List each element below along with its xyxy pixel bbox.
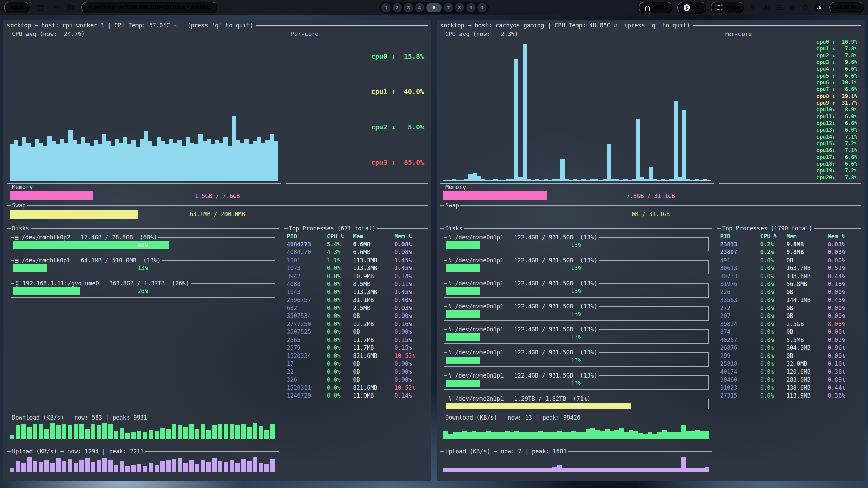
layers-icon[interactable]: [775, 5, 784, 10]
notifications-icon[interactable]: [789, 5, 796, 10]
disk-usage-bar: 13%: [446, 241, 706, 249]
lightning-icon: ϟ: [750, 3, 755, 12]
swap-usage-text: 0B / 31.1GB: [443, 211, 858, 218]
chart-bar: [686, 179, 690, 181]
chart-bar: [607, 144, 611, 181]
headphones-icon: [645, 6, 650, 9]
process-cpu: 0.0%: [760, 312, 786, 320]
volume-widget[interactable]: 100%: [639, 2, 673, 13]
chart-bar: [97, 460, 101, 472]
process-mem-pct: 1.45%: [394, 257, 425, 265]
chart-bar: [619, 468, 624, 472]
column-header: CPU %: [760, 232, 786, 241]
process-mem-pct: 1.45%: [394, 288, 425, 297]
memory-usage-text: 1.5GB / 7.6GB: [10, 192, 425, 199]
power-icon[interactable]: [801, 5, 809, 10]
process-pid: 23833: [720, 241, 760, 249]
process-pid: 491: [720, 257, 760, 265]
chart-bar: [74, 463, 78, 472]
chart-bar: [166, 429, 171, 439]
process-row: 258180.0%32.0MB0.10%: [720, 360, 858, 368]
process-row: 3260.0%0B0.00%: [287, 376, 425, 384]
chart-bar: [232, 116, 236, 181]
chart-bar: [629, 468, 633, 472]
server-icon: ⣿: [15, 280, 19, 287]
chart-bar: [539, 180, 544, 181]
chart-bar: [638, 468, 643, 472]
chart-bar: [157, 137, 161, 182]
process-mem: 304.3MB: [786, 344, 828, 352]
chart-bar: [452, 179, 456, 181]
core-legend: cpu1↑40.0%: [371, 88, 424, 95]
workspace-0[interactable]: 0: [477, 3, 487, 12]
chart-bar: [556, 179, 560, 181]
workspace-9[interactable]: 9: [466, 3, 475, 12]
chart-bar: [690, 468, 695, 472]
cpu-avg-box: CPU avg (now: 24.7%): [7, 30, 281, 184]
disk-usage-bar: 13%: [446, 357, 706, 364]
column-header: CPU %: [327, 232, 353, 241]
disk-usage-bar: 13%: [446, 333, 706, 341]
mail-icon[interactable]: ✉: [51, 5, 60, 11]
core-legend: cpu2↓5.0%: [371, 124, 424, 130]
workspace-6[interactable]: 6: [426, 3, 442, 12]
terminal-window-left[interactable]: socktop — host: rpi-worker-3 | CPU Temp:…: [3, 20, 431, 481]
chart-bar: [79, 460, 84, 472]
disks-box: Disks ▤/dev/mmcblk0p217.4GB / 28.8GB (60…: [7, 225, 279, 409]
workspace-8[interactable]: 8: [455, 3, 464, 12]
bluetooth-widget[interactable]: ᛒ on: [677, 2, 706, 14]
core-legend: cpu2↓7.8%: [816, 52, 857, 59]
chart-bar: [678, 177, 682, 181]
power-profile-icon[interactable]: ϟ: [749, 3, 757, 12]
flash-icon: ϟ: [448, 234, 452, 241]
active-window-title[interactable]: ~: socktop ws://192.168.1.104:3031/ws - …: [81, 2, 217, 13]
chart-bar: [218, 461, 222, 472]
chart-bar: [700, 431, 705, 439]
core-value: 6.6%: [839, 154, 857, 161]
core-value: 6.6%: [839, 86, 857, 93]
workspace-3[interactable]: 3: [404, 3, 413, 12]
workspace-1[interactable]: 1: [381, 3, 391, 12]
column-header: Mem %: [394, 232, 425, 241]
chart-bar: [39, 143, 43, 181]
chart-bar: [644, 179, 648, 181]
workspace-4[interactable]: 4: [415, 3, 424, 12]
process-mem-pct: 0.15%: [394, 344, 425, 352]
core-sparkline: [290, 114, 368, 140]
trend-arrow-icon: ↓: [832, 134, 839, 140]
audio-levels-icon[interactable]: [762, 5, 770, 10]
swap-usage-text: 63.1MB / 200.0MB: [10, 211, 425, 218]
core-row: cpu15↓7.2%: [723, 140, 857, 147]
window-icon[interactable]: [35, 5, 45, 11]
workspace-7[interactable]: 7: [444, 3, 453, 12]
disk-usage-percent: 13%: [446, 265, 706, 271]
disk-usage-bar: 13%: [446, 310, 706, 318]
chart-bar: [590, 179, 594, 181]
workspace-2[interactable]: 2: [393, 3, 402, 12]
chart-bar: [31, 147, 35, 181]
chart-bar: [270, 459, 275, 472]
clock-widget[interactable]: 23:32 Fri: [829, 2, 864, 13]
process-row: 12467290.0%11.0MB0.14%: [287, 392, 425, 400]
chart-bar: [183, 463, 188, 472]
disk-legend: ϟ/dev/nvme0n1p1122.4GB / 931.5GB (13%): [447, 257, 599, 264]
process-cpu: 0.0%: [327, 344, 353, 352]
apps-button[interactable]: Apps: [4, 2, 30, 13]
chart-bar: [519, 432, 524, 439]
core-value: 9.6%: [839, 59, 857, 66]
trend-arrow-icon: ↓: [832, 120, 839, 127]
process-row: 2070.0%0B0.00%: [720, 312, 858, 320]
chart-bar: [131, 465, 136, 472]
process-pid: 3507534: [287, 312, 327, 320]
usage-monitor-icon[interactable]: [814, 3, 825, 12]
chart-bar: [581, 468, 586, 472]
folder-icon[interactable]: [66, 5, 76, 10]
disk-usage-bar: 26%: [13, 287, 273, 295]
process-mem-pct: 0.14%: [394, 392, 425, 400]
network-widget[interactable]: eno2: [711, 2, 744, 13]
terminal-window-right[interactable]: socktop — host: cachyos-gaming | CPU Tem…: [437, 20, 865, 481]
chart-bar: [195, 464, 199, 472]
bell-icon: [790, 5, 795, 10]
chart-bar: [562, 468, 567, 472]
memory-box: Memory 7.8GB / 31.1GB: [440, 184, 861, 202]
